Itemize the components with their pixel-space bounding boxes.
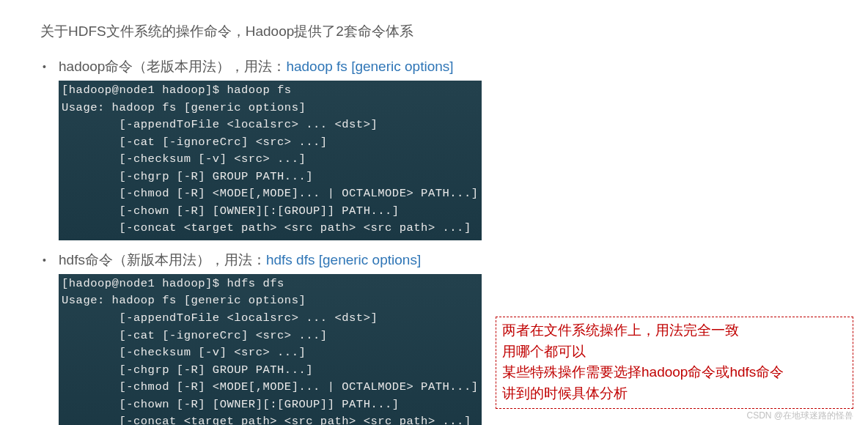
note-line-3: 某些特殊操作需要选择hadoop命令或hdfs命令 xyxy=(502,362,847,383)
bullet-2-text: hdfs命令（新版本用法），用法： xyxy=(59,251,266,270)
watermark: CSDN @在地球迷路的怪兽 xyxy=(746,410,853,422)
note-line-2: 用哪个都可以 xyxy=(502,341,847,363)
note-line-4: 讲到的时候具体分析 xyxy=(502,383,847,404)
bullet-dot-icon: • xyxy=(40,61,59,73)
note-box: 两者在文件系统操作上，用法完全一致 用哪个都可以 某些特殊操作需要选择hadoo… xyxy=(496,317,853,409)
bullet-1-text: hadoop命令（老版本用法），用法： xyxy=(59,57,286,76)
intro-text: 关于HDFS文件系统的操作命令，Hadoop提供了2套命令体系 xyxy=(40,22,831,41)
terminal-2: [hadoop@node1 hadoop]$ hdfs dfs Usage: h… xyxy=(59,274,482,425)
bullet-1: • hadoop命令（老版本用法），用法： hadoop fs [generic… xyxy=(40,57,831,76)
bullet-1-link: hadoop fs [generic options] xyxy=(286,59,453,75)
bullet-2: • hdfs命令（新版本用法），用法： hdfs dfs [generic op… xyxy=(40,251,831,270)
bullet-dot-icon: • xyxy=(40,254,59,266)
terminal-1: [hadoop@node1 hadoop]$ hadoop fs Usage: … xyxy=(59,81,482,240)
note-line-1: 两者在文件系统操作上，用法完全一致 xyxy=(502,320,847,341)
bullet-2-link: hdfs dfs [generic options] xyxy=(266,252,421,268)
